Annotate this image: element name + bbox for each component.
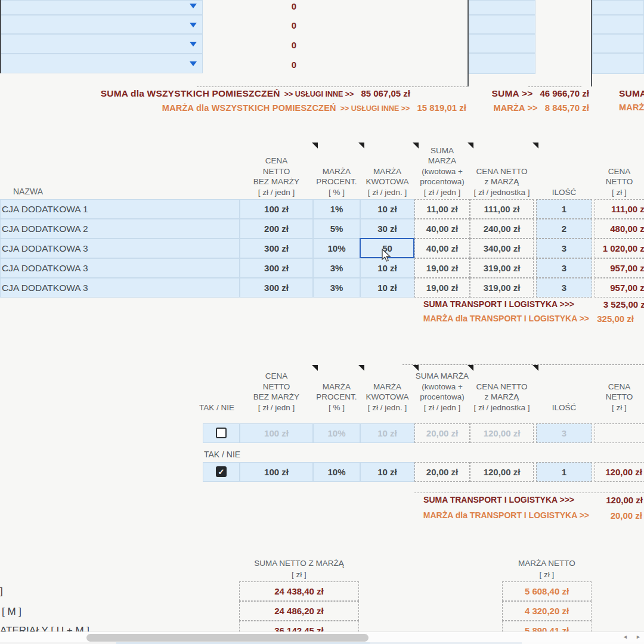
comment-marker-icon	[532, 365, 538, 371]
table-row-name[interactable]: CJA DODATKOWA 1	[0, 199, 240, 219]
cell-cena-z[interactable]: 319,00 zł	[470, 278, 534, 298]
cell-proc[interactable]: 3%	[313, 258, 360, 278]
cell-ilosc[interactable]: 3	[536, 423, 592, 443]
cell-ilosc[interactable]: 1	[536, 199, 592, 219]
header-tak-nie: TAK / NIE	[199, 358, 241, 413]
cell-netto[interactable]: 111,00 zł	[595, 199, 644, 219]
empty-cell[interactable]	[592, 0, 644, 15]
empty-cell[interactable]	[469, 15, 535, 34]
cell-netto[interactable]: 957,00 zł	[595, 258, 644, 278]
chevron-down-icon[interactable]	[190, 4, 197, 8]
column-divider	[591, 0, 592, 86]
cell-kwot[interactable]: 10 zł	[360, 199, 414, 219]
header-marza-kwotowa: MARŻA KWOTOWA [ zł / jedn. ]	[360, 358, 414, 413]
cell-suma-marza[interactable]: 19,00 zł	[414, 258, 470, 278]
cell-ilosc[interactable]: 2	[536, 219, 592, 239]
table-row-name[interactable]: CJA DODATKOWA 2	[0, 219, 240, 239]
empty-cell[interactable]	[592, 15, 644, 34]
zero-cell[interactable]: 0	[280, 0, 308, 12]
scroll-left-icon[interactable]: ◄	[623, 634, 628, 640]
cell-netto[interactable]: 480,00 zł	[595, 219, 644, 239]
cell-netto[interactable]: 1 020,00 zł	[595, 239, 644, 258]
dropdown-cell[interactable]	[0, 15, 203, 34]
marza-netto-value[interactable]: 5 608,40 zł	[502, 581, 592, 601]
marza-netto-value[interactable]: 4 320,20 zł	[502, 601, 592, 621]
margin-all-rooms-line: MARŻA dla WSZYSTKICH POMIESZCZEŃ >> USŁU…	[162, 103, 466, 113]
cell-suma-marza[interactable]: 19,00 zł	[414, 278, 470, 298]
scrollbar-thumb[interactable]	[86, 634, 369, 642]
dropdown-cell[interactable]	[0, 0, 203, 15]
cell-netto[interactable]: 120,00 zł	[595, 462, 644, 482]
cell-kwot[interactable]: 30 zł	[360, 219, 414, 239]
sum-all-rooms-label: SUMA dla WSZYSTKICH POMIESZCZEŃ	[101, 88, 280, 99]
suma-netto-unit: [ zł ]	[239, 569, 359, 580]
cell-suma-marza[interactable]: 40,00 zł	[414, 239, 470, 258]
suma-netto-value[interactable]: 24 486,20 zł	[239, 601, 359, 621]
empty-cell[interactable]	[469, 34, 535, 53]
margin-right-label: MARŻA >>	[493, 103, 537, 113]
scroll-right-icon[interactable]: ►	[636, 634, 641, 640]
cell-cena-z[interactable]: 120,00 zł	[470, 423, 534, 443]
zero-cell[interactable]: 0	[280, 39, 308, 51]
comment-marker-icon	[358, 365, 364, 371]
cell-cena-z[interactable]: 340,00 zł	[470, 239, 534, 258]
cell-cena-z[interactable]: 111,00 zł	[470, 199, 534, 219]
cell-cena[interactable]: 300 zł	[240, 278, 313, 298]
cell-proc[interactable]: 10%	[313, 462, 360, 482]
cell-cena-z[interactable]: 240,00 zł	[470, 219, 534, 239]
header-suma-marza: SUMA MARŻA (kwotowa + procentowa) [ zł /…	[414, 358, 470, 413]
zero-cell[interactable]: 0	[280, 19, 308, 31]
cell-proc[interactable]: 3%	[313, 278, 360, 298]
margin-right-line: MARŻA >> 8 845,70 zł	[493, 103, 589, 113]
chevron-down-icon[interactable]	[190, 23, 197, 27]
cell-suma-marza[interactable]: 40,00 zł	[414, 219, 470, 239]
empty-cell[interactable]	[469, 0, 535, 15]
cell-netto[interactable]	[595, 423, 644, 443]
table-row-name[interactable]: CJA DODATKOWA 3	[0, 278, 240, 298]
dropdown-cell[interactable]	[0, 34, 203, 54]
cell-cena[interactable]: 200 zł	[240, 219, 313, 239]
checkbox-unchecked[interactable]	[216, 428, 227, 438]
cell-suma-marza[interactable]: 20,00 zł	[414, 423, 470, 443]
empty-cell[interactable]	[592, 53, 644, 74]
cell-cena[interactable]: 100 zł	[240, 423, 313, 443]
empty-cell[interactable]	[469, 53, 535, 74]
suma-netto-value[interactable]: 24 438,40 zł	[239, 581, 359, 601]
margin-all-rooms-sublabel: >> USŁUGI INNE >>	[340, 104, 410, 113]
cell-proc[interactable]: 10%	[313, 423, 360, 443]
cell-kwot[interactable]: 10 zł	[360, 462, 414, 482]
cell-suma-marza[interactable]: 20,00 zł	[414, 462, 470, 482]
margin-transport-label-2: MARŻA dla TRANSPORT I LOGISTYKA >>	[423, 510, 589, 520]
cell-kwot[interactable]: 10 zł	[360, 278, 414, 298]
cell-proc[interactable]: 1%	[313, 199, 360, 219]
cell-proc[interactable]: 5%	[313, 219, 360, 239]
cell-cena-z[interactable]: 120,00 zł	[470, 462, 534, 482]
zero-cell[interactable]: 0	[280, 58, 308, 70]
marza-netto-header: MARŻA NETTO	[502, 558, 592, 569]
cell-cena[interactable]: 100 zł	[240, 199, 313, 219]
table-left-border	[0, 0, 1, 73]
cell-proc[interactable]: 10%	[313, 239, 360, 258]
dropdown-cell[interactable]	[0, 54, 203, 73]
cell-cena[interactable]: 100 zł	[240, 462, 313, 482]
empty-cell[interactable]	[592, 34, 644, 53]
cell-ilosc[interactable]: 3	[536, 258, 592, 278]
chevron-down-icon[interactable]	[190, 61, 197, 66]
table-row-name[interactable]: CJA DODATKOWA 3	[0, 258, 240, 278]
cell-ilosc[interactable]: 1	[536, 462, 592, 482]
table-row-name[interactable]: CJA DODATKOWA 3	[0, 239, 240, 258]
spreadsheet-view: 0 0 0 0 SUMA dla WSZYSTKICH POMIESZCZEŃ …	[0, 0, 644, 644]
horizontal-scrollbar[interactable]: ◄ ►	[0, 631, 644, 642]
cell-ilosc[interactable]: 3	[536, 278, 592, 298]
cell-cena-z[interactable]: 319,00 zł	[470, 258, 534, 278]
margin-transport-value: 325,00 zł	[581, 314, 634, 324]
chevron-down-icon[interactable]	[190, 42, 197, 47]
cell-kwot[interactable]: 10 zł	[360, 423, 414, 443]
cell-ilosc[interactable]: 3	[536, 239, 592, 258]
checkbox-checked[interactable]: ✓	[216, 466, 227, 477]
cell-netto[interactable]: 957,00 zł	[595, 278, 644, 298]
cell-cena[interactable]: 300 zł	[240, 239, 313, 258]
cell-cena[interactable]: 300 zł	[240, 258, 313, 278]
cell-suma-marza[interactable]: 11,00 zł	[414, 199, 470, 219]
comment-marker-icon	[467, 365, 473, 371]
